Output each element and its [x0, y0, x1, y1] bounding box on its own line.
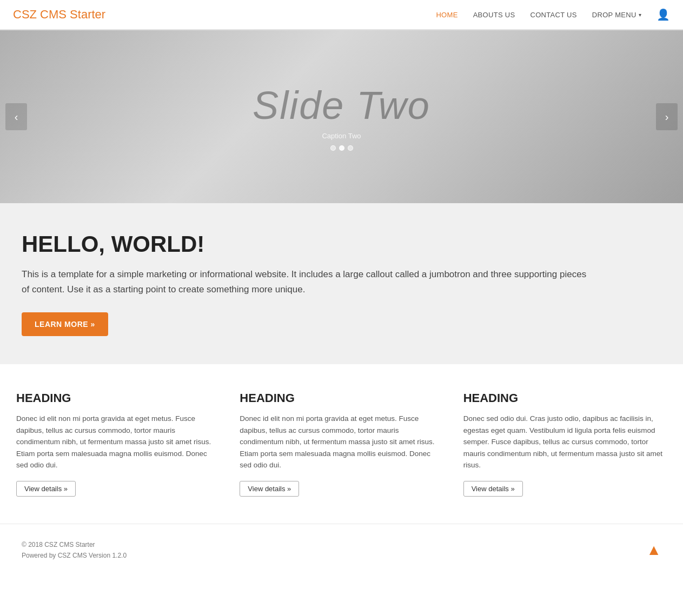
- carousel-indicator-3[interactable]: [348, 145, 353, 151]
- nav-link-dropdown[interactable]: DROP MENU ▾: [592, 11, 641, 19]
- carousel-indicator-1[interactable]: [330, 145, 336, 151]
- footer-text: © 2018 CSZ CMS Starter Powered by CSZ CM…: [22, 539, 127, 561]
- carousel-content: Slide Two Caption Two: [253, 83, 430, 151]
- content-col-3-heading: HEADING: [463, 391, 665, 405]
- footer: © 2018 CSZ CMS Starter Powered by CSZ CM…: [0, 524, 683, 577]
- navbar-brand[interactable]: CSZ CMS Starter: [13, 8, 105, 22]
- nav-item-contact[interactable]: CONTACT US: [530, 10, 576, 19]
- carousel-next-button[interactable]: ›: [656, 103, 678, 130]
- nav-link-abouts[interactable]: ABOUTS US: [473, 11, 515, 19]
- footer-copyright: © 2018 CSZ CMS Starter: [22, 539, 127, 550]
- view-details-button-1[interactable]: View details »: [16, 481, 76, 497]
- navbar: CSZ CMS Starter HOME ABOUTS US CONTACT U…: [0, 0, 683, 30]
- content-col-3-body: Donec sed odio dui. Cras justo odio, dap…: [463, 413, 665, 471]
- footer-powered-by: Powered by CSZ CMS Version 1.2.0: [22, 550, 127, 561]
- nav-menu: HOME ABOUTS US CONTACT US DROP MENU ▾ 👤: [436, 8, 670, 21]
- content-section: HEADING Donec id elit non mi porta gravi…: [0, 364, 683, 524]
- content-col-1-heading: HEADING: [16, 391, 218, 405]
- chevron-up-icon: ▲: [646, 541, 661, 558]
- nav-item-dropdown[interactable]: DROP MENU ▾: [592, 11, 641, 19]
- carousel-prev-button[interactable]: ‹: [5, 103, 27, 130]
- user-icon[interactable]: 👤: [657, 9, 670, 21]
- back-to-top-button[interactable]: ▲: [646, 541, 661, 559]
- jumbotron: HELLO, WORLD! This is a template for a s…: [0, 203, 683, 364]
- content-col-3: HEADING Donec sed odio dui. Cras justo o…: [463, 391, 665, 497]
- content-col-2: HEADING Donec id elit non mi porta gravi…: [240, 391, 441, 497]
- jumbotron-body: This is a template for a simple marketin…: [22, 267, 589, 297]
- carousel-indicator-2[interactable]: [339, 145, 344, 151]
- nav-item-home[interactable]: HOME: [436, 10, 457, 19]
- content-col-2-heading: HEADING: [240, 391, 441, 405]
- carousel-caption: Caption Two: [253, 132, 430, 140]
- nav-item-abouts[interactable]: ABOUTS US: [473, 10, 515, 19]
- content-col-1-body: Donec id elit non mi porta gravida at eg…: [16, 413, 218, 471]
- view-details-button-3[interactable]: View details »: [463, 481, 523, 497]
- chevron-down-icon: ▾: [639, 12, 641, 18]
- carousel-title: Slide Two: [253, 83, 430, 128]
- nav-link-contact[interactable]: CONTACT US: [530, 11, 576, 19]
- nav-dropdown-label: DROP MENU: [592, 11, 636, 19]
- learn-more-button[interactable]: LEARN MORE »: [22, 312, 108, 336]
- content-col-1: HEADING Donec id elit non mi porta gravi…: [16, 391, 218, 497]
- jumbotron-heading: HELLO, WORLD!: [22, 231, 661, 257]
- content-grid: HEADING Donec id elit non mi porta gravi…: [16, 391, 665, 497]
- nav-item-user[interactable]: 👤: [657, 8, 670, 21]
- carousel-indicators: [253, 145, 430, 151]
- content-col-2-body: Donec id elit non mi porta gravida at eg…: [240, 413, 441, 471]
- view-details-button-2[interactable]: View details »: [240, 481, 299, 497]
- nav-link-home[interactable]: HOME: [436, 11, 457, 19]
- carousel: ‹ Slide Two Caption Two ›: [0, 30, 683, 203]
